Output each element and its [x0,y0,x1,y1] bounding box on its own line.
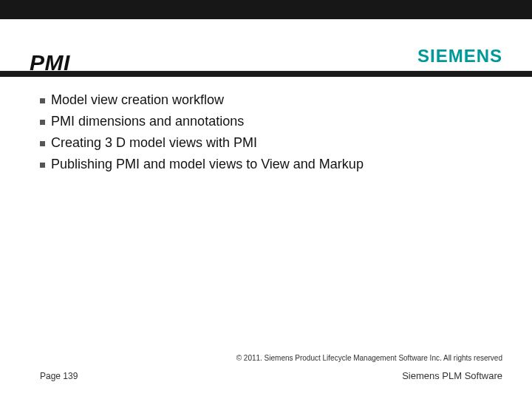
bullet-text: PMI dimensions and annotations [51,112,244,132]
siemens-logo: SIEMENS [417,46,502,66]
bullet-text: Publishing PMI and model views to View a… [51,154,364,174]
footer-brand: Siemens PLM Software [402,370,502,381]
header-divider [0,71,532,77]
slide: PMI SIEMENS Model view creation workflow… [0,0,532,399]
page-number: Page 139 [40,371,78,381]
list-item: Publishing PMI and model views to View a… [40,154,502,174]
bullet-icon [40,120,45,125]
top-bar [0,0,532,19]
bullet-icon [40,98,45,103]
content-area: Model view creation workflow PMI dimensi… [40,90,502,176]
bullet-text: Model view creation workflow [51,90,224,110]
bullet-icon [40,141,45,146]
list-item: PMI dimensions and annotations [40,112,502,132]
list-item: Creating 3 D model views with PMI [40,133,502,153]
copyright-text: © 2011. Siemens Product Lifecycle Manage… [236,354,502,362]
list-item: Model view creation workflow [40,90,502,110]
bullet-text: Creating 3 D model views with PMI [51,133,257,153]
bullet-icon [40,163,45,168]
header: PMI SIEMENS [0,19,532,71]
